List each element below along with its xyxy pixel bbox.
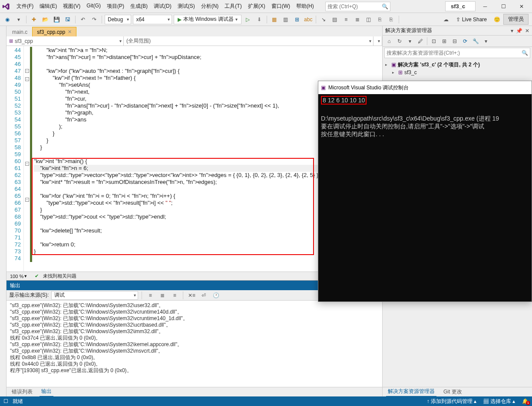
minimize-button[interactable]: ─ [476, 1, 494, 12]
sln-tb-6[interactable]: ⊞ [439, 36, 449, 46]
scm-button[interactable]: ↑ 添加到源代码管理 ▴ [427, 398, 477, 405]
nav-fwd-button[interactable]: ▾ [14, 15, 23, 24]
admin-badge: 管理员 [503, 14, 529, 25]
tab-solution-explorer[interactable]: 解决方案资源管理器 [386, 387, 436, 397]
panel-menu-icon[interactable]: ▾ [511, 28, 513, 34]
start-no-debug-button[interactable]: ▷ [243, 15, 253, 24]
open-button[interactable]: 📂 [40, 15, 50, 24]
menu-item[interactable]: 生成(B) [128, 1, 150, 12]
main-toolbar: ◉ ▾ ✚ 📂 💾 🖫 ↶ ↷ Debug x64 ▶ 本地 Windows 调… [0, 13, 532, 26]
close-button[interactable]: ✕ [513, 1, 530, 12]
tb-icon-1[interactable]: ▦ [270, 15, 279, 24]
save-all-button[interactable]: 🖫 [63, 15, 73, 24]
out-tb-1[interactable]: ≡ [145, 291, 155, 300]
redo-button[interactable]: ↷ [89, 15, 99, 24]
sln-tb-8[interactable]: ⟳ [460, 36, 470, 46]
menu-item[interactable]: 文件(F) [14, 1, 36, 12]
nav-member-combo[interactable] [373, 36, 382, 46]
menu-item[interactable]: Git(G) [84, 1, 103, 12]
solution-name-label: sf3_c [445, 1, 476, 11]
out-tb-3[interactable]: ≡ [170, 291, 179, 300]
search-icon: 🔍 [382, 3, 388, 10]
menu-item[interactable]: 项目(P) [104, 1, 127, 12]
solution-tree[interactable]: ▸ ▣ 解决方案 'sf3_c' (2 个项目, 共 2 个) ▸ ⊞ sf3_… [383, 59, 532, 78]
start-debug-button[interactable]: ▶ 本地 Windows 调试器 ▾ [174, 15, 241, 24]
sln-tb-3[interactable]: ▾ [405, 36, 415, 46]
main-menu: 文件(F)编辑(E)视图(V)Git(G)项目(P)生成(B)调试(D)测试(S… [14, 1, 317, 12]
project-node[interactable]: ▸ ⊞ sf3_c [385, 69, 529, 76]
bottom-tab-strip: 错误列表 输出 [7, 387, 382, 396]
tb-icon-6[interactable]: ▤ [330, 15, 340, 24]
menu-item[interactable]: 帮助(H) [294, 1, 317, 12]
repo-button[interactable]: ▦ 选择仓库 ▴ [483, 398, 515, 405]
out-tb-clear[interactable]: ✕≡ [187, 291, 196, 300]
sln-tb-5[interactable]: ⊡ [429, 36, 439, 46]
nav-project-combo[interactable]: ⊞ sf3_cpp [7, 36, 124, 46]
menu-item[interactable]: 编辑(E) [37, 1, 59, 12]
search-box[interactable]: 🔍 [325, 2, 390, 11]
solution-icon: ▣ [391, 62, 396, 68]
sln-tb-4[interactable]: 🖉 [416, 36, 425, 46]
out-tb-2[interactable]: ≣ [158, 291, 167, 300]
new-item-button[interactable]: ✚ [29, 15, 39, 24]
tb-icon-4[interactable]: abc [304, 15, 313, 24]
tab-output[interactable]: 输出 [40, 387, 53, 397]
tb-icon-5[interactable]: ↘ [319, 15, 328, 24]
panel-close-icon[interactable]: ✕ [525, 28, 529, 34]
sln-home-icon[interactable]: ⌂ [384, 36, 394, 46]
undo-button[interactable]: ↶ [78, 15, 88, 24]
save-button[interactable]: 💾 [52, 15, 61, 24]
tab-git-changes[interactable]: Git 更改 [442, 387, 464, 396]
solution-node[interactable]: ▸ ▣ 解决方案 'sf3_c' (2 个项目, 共 2 个) [385, 61, 529, 69]
menu-item[interactable]: 工具(T) [222, 1, 244, 12]
fold-gutter[interactable]: −−−− [24, 46, 30, 272]
solution-search[interactable]: 🔍 [384, 48, 530, 58]
menu-item[interactable]: 窗口(W) [269, 1, 293, 12]
sln-tb-7[interactable]: ⊟ [450, 36, 459, 46]
notifications-button[interactable]: 🔔1 [522, 398, 529, 404]
tb-icon-10[interactable]: ⎘ [375, 15, 385, 24]
line-gutter: 4445464748495051525354555657585960616263… [7, 46, 24, 272]
tb-icon-3[interactable]: ⊞ [292, 15, 302, 24]
close-tab-icon[interactable]: ✕ [68, 29, 72, 35]
platform-combo[interactable]: x64 [133, 15, 172, 24]
tb-icon-8[interactable]: ≣ [353, 15, 362, 24]
nav-back-button[interactable]: ◉ [3, 15, 12, 24]
attach-button[interactable]: ⬇ [254, 15, 264, 24]
menu-item[interactable]: 分析(N) [198, 1, 221, 12]
cloud-icon[interactable]: ☁ [441, 15, 451, 24]
menu-item[interactable]: 调试(D) [151, 1, 174, 12]
console-title-bar[interactable]: ▣ Microsoft Visual Studio 调试控制台 [318, 81, 532, 94]
menu-item[interactable]: 扩展(X) [245, 1, 268, 12]
sln-tb-10[interactable]: ▾ [481, 36, 491, 46]
tb-icon-9[interactable]: ◫ [364, 15, 373, 24]
tb-icon-7[interactable]: ≡ [341, 15, 351, 24]
panel-pin-icon[interactable]: 📌 [516, 28, 522, 34]
search-input[interactable] [327, 3, 380, 10]
sln-tb-9[interactable]: 🔧 [471, 36, 480, 46]
debug-console-window[interactable]: ▣ Microsoft Visual Studio 调试控制台 8 12 6 1… [318, 81, 532, 302]
sln-tb-2[interactable]: ↻ [395, 36, 404, 46]
zoom-combo[interactable]: 100 % ▾ [10, 273, 27, 279]
tb-icon-2[interactable]: ▥ [281, 15, 291, 24]
maximize-button[interactable]: ☐ [495, 1, 512, 12]
out-tb-wrap[interactable]: ⏎ [199, 291, 208, 300]
feedback-button[interactable]: 🙂 [492, 15, 502, 24]
editor-tab[interactable]: main.c [7, 27, 32, 36]
tab-error-list[interactable]: 错误列表 [10, 387, 34, 396]
console-body[interactable]: 8 12 6 10 10 10 D:\mysetup\gopath\src\ds… [318, 94, 532, 301]
console-icon: ▣ [321, 85, 326, 91]
out-tb-clock[interactable]: 🕐 [211, 291, 221, 300]
tb-icon-11[interactable]: ⎘ [387, 15, 396, 24]
output-source-combo[interactable]: 调试 [51, 291, 138, 300]
live-share-button[interactable]: ⇪ Live Share [453, 15, 490, 24]
editor-tab[interactable]: sf3_cpp.cpp✕ [32, 27, 76, 36]
nav-scope-combo[interactable]: (全局范围) [124, 36, 373, 46]
menu-item[interactable]: 视图(V) [60, 1, 83, 12]
output-body[interactable]: "sf3_cpp.exe"(Win32): 已加载"C:\Windows\Sys… [7, 301, 382, 387]
search-icon: 🔍 [522, 50, 528, 56]
solution-search-input[interactable] [387, 50, 522, 56]
config-combo[interactable]: Debug [105, 15, 131, 24]
menu-item[interactable]: 测试(S) [175, 1, 198, 12]
project-icon: ⊞ [9, 38, 13, 44]
